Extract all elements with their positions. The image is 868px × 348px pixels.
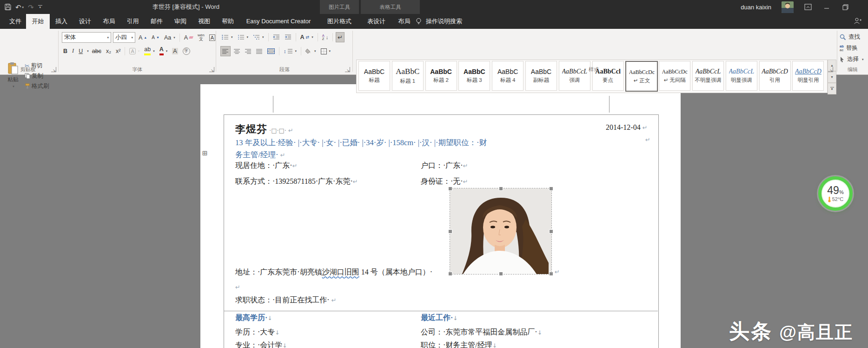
minimize-button[interactable] <box>822 3 831 11</box>
tab-help[interactable]: 帮助 <box>219 14 236 29</box>
tab-review[interactable]: 审阅 <box>172 14 189 29</box>
user-avatar[interactable] <box>782 1 794 13</box>
document-page[interactable]: 李煜芬 ·□·□· ↵ 2014-12-04 ↵ ↵ 13 年及以上·经验· |… <box>200 84 681 348</box>
tab-layout[interactable]: 布局 <box>101 14 117 29</box>
tab-table-design[interactable]: 表设计 <box>365 14 388 29</box>
customize-quick-access-button[interactable]: ▾ <box>38 5 42 9</box>
resize-handle[interactable] <box>499 187 503 191</box>
justify-button[interactable] <box>255 47 264 56</box>
restore-button[interactable] <box>841 3 849 11</box>
bold-button[interactable]: B <box>62 46 69 56</box>
tab-picture-format[interactable]: 图片格式 <box>324 14 355 29</box>
tab-file[interactable]: 文件 <box>7 14 24 29</box>
tab-view[interactable]: 视图 <box>196 14 212 29</box>
multilevel-list-button[interactable]: ▾ <box>252 33 265 42</box>
style-card[interactable]: AaBbCcDc↵ 正文 <box>625 61 658 92</box>
style-card[interactable]: AaBbCcL强调 <box>559 61 590 91</box>
font-name-combo[interactable]: 宋体 ▾ <box>62 32 111 43</box>
font-size-combo[interactable]: 小四 ▾ <box>113 32 135 43</box>
resize-handle[interactable] <box>549 272 553 276</box>
subscript-button[interactable]: x₂ <box>105 46 113 56</box>
bullets-button[interactable]: ▾ <box>220 33 234 42</box>
paste-button[interactable]: 粘贴 ▾ <box>4 60 22 93</box>
undo-caret-icon[interactable]: ▾ <box>22 6 24 9</box>
align-center-icon <box>234 49 240 54</box>
distribute-button[interactable] <box>266 47 276 56</box>
format-painter-button[interactable]: 格式刷 <box>23 81 51 91</box>
character-shading-button[interactable]: A <box>171 46 179 56</box>
resize-handle[interactable] <box>448 229 452 234</box>
tab-home[interactable]: 开始 <box>26 14 50 29</box>
tab-table-layout[interactable]: 布局 <box>396 14 413 29</box>
clear-formatting-button[interactable]: A <box>183 33 194 42</box>
decrease-indent-button[interactable] <box>272 33 281 42</box>
tab-insert[interactable]: 插入 <box>53 14 70 29</box>
style-card[interactable]: AaBbC标题 2 <box>425 61 457 91</box>
redo-button[interactable]: ↷ <box>28 4 34 11</box>
resize-handle[interactable] <box>499 272 503 276</box>
numbering-button[interactable]: ▾ <box>236 33 250 42</box>
clipboard-dialog-launcher[interactable]: ↘ <box>51 67 56 72</box>
align-right-button[interactable] <box>244 47 253 56</box>
style-card[interactable]: AaBbC标题 4 <box>492 61 523 91</box>
phonetic-guide-button[interactable]: wén文 <box>196 33 206 42</box>
select-button[interactable]: 选择 ▾ <box>840 55 864 63</box>
highlight-color-button[interactable]: ab▾ <box>143 46 156 56</box>
style-card[interactable]: AaBbC标题 3 <box>458 61 490 91</box>
styles-dialog-launcher[interactable]: ↘ <box>828 67 833 72</box>
style-card[interactable]: AaBbCcl要点 <box>592 61 624 91</box>
style-card[interactable]: AaBbCcD明显引用 <box>792 61 824 91</box>
paragraph-dialog-launcher[interactable]: ↘ <box>345 67 350 72</box>
multilevel-list-icon <box>253 34 260 40</box>
text-effects-button[interactable]: A▾ <box>128 46 141 56</box>
show-hide-marks-button[interactable]: ↵ <box>336 32 345 42</box>
replace-button[interactable]: abac 替换 <box>840 44 858 52</box>
save-icon[interactable] <box>5 4 11 10</box>
tab-design[interactable]: 设计 <box>77 14 93 29</box>
style-card[interactable]: AaBbC标题 1 <box>392 61 424 91</box>
resize-handle[interactable] <box>448 272 452 276</box>
share-person-icon[interactable] <box>854 17 861 25</box>
underline-caret-icon[interactable]: ▾ <box>87 49 89 53</box>
sort-button[interactable]: AZ ↓ <box>321 33 330 42</box>
style-card[interactable]: AaBbCcL明显强调 <box>726 61 757 91</box>
align-center-button[interactable] <box>232 47 242 56</box>
ribbon-display-options-button[interactable] <box>804 3 812 11</box>
style-card[interactable]: AaBbCcL不明显强调 <box>692 61 724 91</box>
style-card[interactable]: AaBbC副标题 <box>525 61 557 91</box>
shading-button[interactable]: ▾ <box>304 47 318 56</box>
borders-button[interactable]: ▾ <box>319 47 332 56</box>
enclose-characters-button[interactable]: 字 <box>181 46 192 56</box>
tab-references[interactable]: 引用 <box>125 14 141 29</box>
word-application-window: 图片工具 表格工具 ↶▾ ↷ ▾ 李世芬 [兼容模式] - Word duan … <box>0 0 868 348</box>
temperature-battery-widget[interactable]: 49 % 52°C <box>818 176 853 211</box>
style-card[interactable]: AaBbCcD引用 <box>759 61 791 91</box>
font-dialog-launcher[interactable]: ↘ <box>209 67 214 72</box>
signed-in-user[interactable]: duan kaixin <box>741 4 771 11</box>
superscript-button[interactable]: x² <box>114 46 122 56</box>
increase-indent-button[interactable] <box>283 33 293 42</box>
undo-button[interactable]: ↶▾ <box>15 4 24 11</box>
shrink-font-button[interactable]: A▼ <box>150 33 161 42</box>
resize-handle[interactable] <box>549 229 553 234</box>
style-card[interactable]: AaBbC标题 <box>358 61 390 91</box>
styles-more-button[interactable]: ▼ <box>828 83 836 94</box>
table-move-handle[interactable]: ⊞ <box>202 150 209 157</box>
asian-layout-button[interactable]: A ⇄ ▾ <box>299 33 315 42</box>
italic-button[interactable]: I <box>71 46 75 56</box>
align-left-button[interactable] <box>220 46 231 56</box>
resize-handle[interactable] <box>448 187 452 191</box>
line-spacing-button[interactable]: ↕ ▾ <box>282 47 298 56</box>
find-button[interactable]: 查找 <box>840 33 860 41</box>
grow-font-button[interactable]: A▲ <box>137 33 148 42</box>
strikethrough-button[interactable]: abc <box>91 46 103 56</box>
portrait-photo[interactable] <box>450 188 551 274</box>
style-card[interactable]: AaBbCcDc↵ 无间隔 <box>659 61 690 91</box>
font-color-button[interactable]: A▾ <box>158 46 169 56</box>
tab-mailings[interactable]: 邮件 <box>148 14 165 29</box>
tell-me-search[interactable]: 操作说明搜索 <box>415 14 462 29</box>
tab-easy-document-creator[interactable]: Easy Document Creator <box>244 14 313 29</box>
change-case-button[interactable]: Aa▾ <box>163 33 177 42</box>
underline-button[interactable]: U <box>77 46 84 56</box>
resize-handle[interactable] <box>549 187 553 191</box>
